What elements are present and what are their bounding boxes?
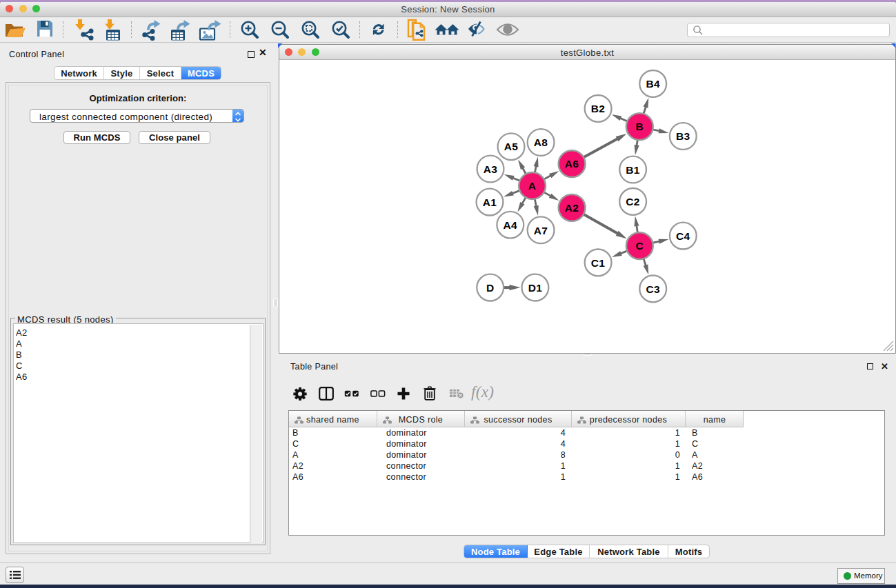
svg-text:B1: B1	[626, 163, 640, 175]
svg-text:A8: A8	[534, 136, 548, 148]
svg-text:A7: A7	[534, 224, 548, 236]
svg-text:D1: D1	[528, 281, 543, 293]
svg-text:B: B	[636, 121, 644, 132]
svg-text:B2: B2	[591, 103, 606, 114]
svg-text:C2: C2	[626, 196, 640, 207]
svg-text:A2: A2	[565, 202, 579, 214]
svg-text:C: C	[636, 240, 644, 252]
svg-text:A4: A4	[504, 219, 518, 230]
svg-text:C1: C1	[591, 256, 606, 268]
svg-text:B3: B3	[676, 130, 690, 142]
svg-text:C4: C4	[676, 230, 690, 241]
svg-text:D: D	[486, 281, 495, 293]
svg-text:A5: A5	[504, 141, 519, 152]
svg-text:A6: A6	[565, 158, 579, 170]
svg-text:A3: A3	[484, 163, 498, 174]
svg-text:A1: A1	[483, 196, 497, 207]
svg-text:C3: C3	[646, 283, 660, 294]
svg-text:A: A	[528, 180, 537, 192]
svg-text:B4: B4	[646, 78, 660, 90]
